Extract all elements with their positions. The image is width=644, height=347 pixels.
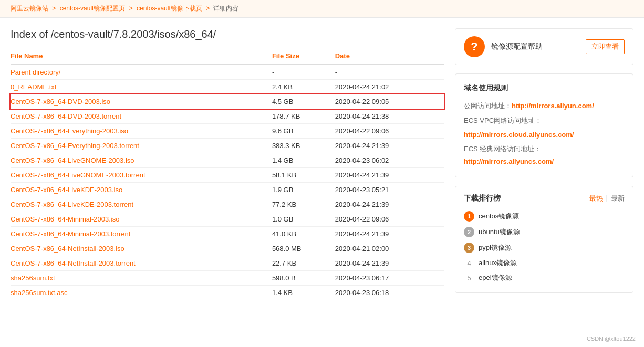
file-link[interactable]: CentOS-7-x86_64-LiveGNOME-2003.torrent — [11, 171, 146, 179]
file-name-cell: CentOS-7-x86_64-LiveGNOME-2003.iso — [11, 153, 272, 168]
ecs-vpc-label: ECS VPC网络访问地址： — [464, 114, 625, 127]
file-link[interactable]: CentOS-7-x86_64-DVD-2003.iso — [11, 98, 110, 106]
file-link[interactable]: CentOS-7-x86_64-LiveKDE-2003.torrent — [11, 201, 133, 208]
file-size-cell: 568.0 MB — [272, 241, 335, 256]
file-link[interactable]: sha256sum.txt — [11, 274, 55, 282]
file-date-cell: 2020-04-24 21:39 — [335, 256, 444, 271]
breadcrumb-link-2[interactable]: centos-vault镜像配置页 — [60, 5, 126, 12]
table-row: CentOS-7-x86_64-NetInstall-2003.torrent2… — [11, 256, 444, 271]
ranking-item: 4alinux镜像源 — [464, 256, 625, 270]
file-date-cell: 2020-04-24 21:39 — [335, 227, 444, 241]
file-date-cell: 2020-04-23 06:17 — [335, 271, 444, 286]
file-date-cell: 2020-04-23 06:18 — [335, 286, 444, 300]
file-size-cell: 2.4 KB — [272, 80, 335, 94]
file-name-cell: CentOS-7-x86_64-Minimal-2003.iso — [11, 212, 272, 227]
ranking-item: 3pypi镜像源 — [464, 240, 625, 256]
tab-hot[interactable]: 最热 — [589, 194, 603, 203]
file-link[interactable]: CentOS-7-x86_64-Everything-2003.torrent — [11, 142, 139, 150]
table-row: 0_README.txt2.4 KB2020-04-24 21:02 — [11, 80, 444, 94]
ranking-item-name[interactable]: ubuntu镜像源 — [479, 227, 520, 237]
right-sidebar: ? 镜像源配置帮助 立即查看 域名使用规则 公网访问地址：http://mirr… — [455, 28, 633, 300]
file-size-cell: 1.9 GB — [272, 183, 335, 197]
ecs-classic-url-link[interactable]: http://mirrors.aliyuncs.com/ — [464, 157, 554, 165]
file-name-cell: CentOS-7-x86_64-NetInstall-2003.torrent — [11, 256, 272, 271]
file-name-cell: sha256sum.txt — [11, 271, 272, 286]
file-link[interactable]: CentOS-7-x86_64-Minimal-2003.iso — [11, 215, 119, 223]
ranking-item: 2ubuntu镜像源 — [464, 224, 625, 240]
table-row: CentOS-7-x86_64-NetInstall-2003.iso568.0… — [11, 241, 444, 256]
page-wrapper: 阿里云镜像站 > centos-vault镜像配置页 > centos-vaul… — [0, 0, 644, 347]
col-header-filename: File Name — [11, 49, 272, 65]
file-date-cell: 2020-04-24 21:02 — [335, 80, 444, 94]
table-row: sha256sum.txt598.0 B2020-04-23 06:17 — [11, 271, 444, 286]
file-date-cell: 2020-04-23 06:02 — [335, 153, 444, 168]
ranking-header: 下载排行榜 最热 | 最新 — [464, 194, 625, 203]
breadcrumb-link-1[interactable]: 阿里云镜像站 — [11, 5, 48, 12]
ecs-vpc-url-link[interactable]: http://mirrors.cloud.aliyuncs.com/ — [464, 131, 574, 139]
file-name-cell: CentOS-7-x86_64-Minimal-2003.torrent — [11, 227, 272, 241]
file-date-cell: 2020-04-22 09:06 — [335, 212, 444, 227]
ranking-item-name[interactable]: centos镜像源 — [479, 212, 519, 221]
watermark: CSDN @xltou1222 — [587, 335, 636, 342]
ranking-item: 5epel镜像源 — [464, 270, 625, 285]
file-name-cell: Parent directory/ — [11, 65, 272, 80]
table-header-row: File Name File Size Date — [11, 49, 444, 65]
left-content: Index of /centos-vault/7.8.2003/isos/x86… — [11, 28, 444, 300]
ranking-item-name[interactable]: epel镜像源 — [479, 273, 512, 282]
public-access-label: 公网访问地址：http://mirrors.aliyun.com/ — [464, 100, 625, 112]
file-date-cell: 2020-04-22 09:06 — [335, 124, 444, 139]
file-size-cell: 598.0 B — [272, 271, 335, 286]
file-link[interactable]: sha256sum.txt.asc — [11, 289, 67, 297]
rank-badge-1: 1 — [464, 211, 474, 222]
file-size-cell: 383.3 KB — [272, 139, 335, 153]
file-link[interactable]: Parent directory/ — [11, 68, 60, 76]
domain-rules-title: 域名使用规则 — [464, 81, 625, 94]
table-row: CentOS-7-x86_64-LiveGNOME-2003.iso1.4 GB… — [11, 153, 444, 168]
file-link[interactable]: CentOS-7-x86_64-DVD-2003.torrent — [11, 112, 121, 120]
file-table: File Name File Size Date Parent director… — [11, 49, 444, 300]
file-name-cell: CentOS-7-x86_64-LiveKDE-2003.torrent — [11, 197, 272, 212]
file-link[interactable]: CentOS-7-x86_64-LiveKDE-2003.iso — [11, 186, 122, 194]
table-row: CentOS-7-x86_64-DVD-2003.iso4.5 GB2020-0… — [11, 94, 444, 109]
main-layout: Index of /centos-vault/7.8.2003/isos/x86… — [0, 18, 644, 311]
table-row: CentOS-7-x86_64-LiveKDE-2003.iso1.9 GB20… — [11, 183, 444, 197]
file-name-cell: 0_README.txt — [11, 80, 272, 94]
file-link[interactable]: 0_README.txt — [11, 83, 56, 91]
table-row: CentOS-7-x86_64-LiveGNOME-2003.torrent58… — [11, 168, 444, 183]
page-title: Index of /centos-vault/7.8.2003/isos/x86… — [11, 28, 444, 40]
tab-divider: | — [606, 194, 608, 203]
file-name-cell: CentOS-7-x86_64-NetInstall-2003.iso — [11, 241, 272, 256]
file-date-cell: 2020-04-24 21:39 — [335, 168, 444, 183]
file-link[interactable]: CentOS-7-x86_64-NetInstall-2003.torrent — [11, 259, 136, 267]
breadcrumb-current: 详细内容 — [213, 5, 238, 12]
ranking-list: 1centos镜像源2ubuntu镜像源3pypi镜像源4alinux镜像源5e… — [464, 208, 625, 285]
breadcrumb: 阿里云镜像站 > centos-vault镜像配置页 > centos-vaul… — [0, 0, 644, 18]
rank-badge-3: 3 — [464, 243, 474, 253]
table-row: sha256sum.txt.asc1.4 KB2020-04-23 06:18 — [11, 286, 444, 300]
ranking-tabs: 最热 | 最新 — [589, 194, 625, 203]
ranking-item-name[interactable]: alinux镜像源 — [479, 258, 517, 268]
file-size-cell: 1.4 GB — [272, 153, 335, 168]
rank-number-5: 5 — [464, 274, 474, 282]
file-link[interactable]: CentOS-7-x86_64-Everything-2003.iso — [11, 127, 128, 135]
public-url-link[interactable]: http://mirrors.aliyun.com/ — [512, 102, 594, 110]
file-size-cell: 1.0 GB — [272, 212, 335, 227]
file-link[interactable]: CentOS-7-x86_64-Minimal-2003.torrent — [11, 230, 130, 238]
config-help-title: 镜像源配置帮助 — [491, 42, 579, 51]
ranking-item: 1centos镜像源 — [464, 208, 625, 224]
breadcrumb-link-3[interactable]: centos-vault镜像下载页 — [137, 5, 202, 12]
file-size-cell: 77.2 KB — [272, 197, 335, 212]
domain-rules-section: 域名使用规则 公网访问地址：http://mirrors.aliyun.com/… — [455, 73, 633, 177]
file-size-cell: - — [272, 65, 335, 80]
table-row: CentOS-7-x86_64-LiveKDE-2003.torrent77.2… — [11, 197, 444, 212]
config-help-button[interactable]: 立即查看 — [586, 39, 625, 54]
file-link[interactable]: CentOS-7-x86_64-NetInstall-2003.iso — [11, 245, 124, 253]
file-size-cell: 9.6 GB — [272, 124, 335, 139]
file-size-cell: 58.1 KB — [272, 168, 335, 183]
tab-new[interactable]: 最新 — [611, 194, 625, 203]
ranking-item-name[interactable]: pypi镜像源 — [479, 243, 512, 253]
table-row: CentOS-7-x86_64-Minimal-2003.iso1.0 GB20… — [11, 212, 444, 227]
file-date-cell: 2020-04-23 05:21 — [335, 183, 444, 197]
file-link[interactable]: CentOS-7-x86_64-LiveGNOME-2003.iso — [11, 156, 134, 164]
config-help-box: ? 镜像源配置帮助 立即查看 — [455, 28, 633, 65]
